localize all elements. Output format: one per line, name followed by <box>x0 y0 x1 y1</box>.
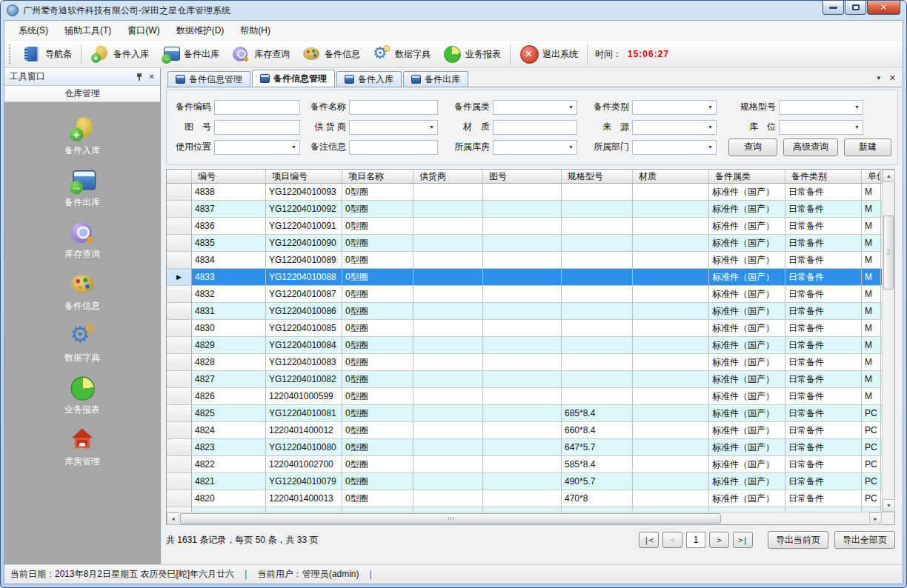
form-select[interactable] <box>632 140 717 155</box>
row-selector[interactable] <box>167 456 192 472</box>
table-row[interactable]: ▶4833YG122040100880型圈标准件（国产）日常备件M <box>167 269 882 286</box>
table-row[interactable]: 4835YG122040100900型圈标准件（国产）日常备件M <box>167 235 882 252</box>
sidebar-item-data-dict[interactable]: 数据字典 <box>64 321 100 364</box>
table-row[interactable]: 4827YG122040100820型圈标准件（国产）日常备件M <box>167 371 882 388</box>
column-header-6[interactable]: 规格型号 <box>562 170 633 183</box>
toolbar-button-nav-book[interactable]: 导航条 <box>16 43 78 65</box>
row-selector[interactable] <box>167 439 192 455</box>
sidebar-item-warehouse-manage[interactable]: 库房管理 <box>64 425 100 468</box>
tab-3[interactable]: 备件出库 <box>403 71 468 87</box>
row-selector[interactable] <box>167 354 192 370</box>
form-input[interactable] <box>214 100 300 115</box>
sidebar-close-icon[interactable]: ✕ <box>149 73 155 81</box>
table-row[interactable]: 4830YG122040100850型圈标准件（国产）日常备件M <box>167 320 882 337</box>
pin-icon[interactable] <box>136 73 143 81</box>
toolbar-button-exit-system[interactable]: 退出系统 <box>514 43 584 65</box>
column-header-3[interactable]: 项目名称 <box>342 170 413 183</box>
form-select[interactable] <box>493 140 577 155</box>
menu-item[interactable]: 数据维护(D) <box>168 21 233 40</box>
horizontal-scroll-thumb[interactable] <box>180 513 721 524</box>
row-selector[interactable] <box>167 422 192 438</box>
form-select[interactable] <box>632 120 717 135</box>
form-input[interactable] <box>349 140 438 155</box>
form-select[interactable] <box>349 120 438 135</box>
table-row[interactable]: 4837YG122040100920型圈标准件（国产）日常备件M <box>167 201 882 218</box>
maximize-button[interactable] <box>845 1 866 15</box>
row-selector[interactable] <box>167 184 192 200</box>
sidebar-item-parts-info[interactable]: 备件信息 <box>64 270 100 313</box>
table-row[interactable]: 4834YG122040100890型圈标准件（国产）日常备件M <box>167 252 882 269</box>
column-header-10[interactable]: 单位 <box>862 170 881 183</box>
column-header-2[interactable]: 项目编号 <box>266 170 342 183</box>
last-page-button[interactable]: >| <box>733 532 753 548</box>
row-selector[interactable] <box>167 303 192 319</box>
tab-2[interactable]: 备件入库 <box>336 71 402 87</box>
form-select[interactable] <box>779 100 863 115</box>
table-row[interactable]: 4825YG122040100810型圈685*8.4标准件（国产）日常备件PC <box>167 405 882 422</box>
row-selector[interactable] <box>167 473 192 490</box>
tab-1-active[interactable]: 备件信息管理 <box>252 70 335 87</box>
row-selector[interactable] <box>167 252 192 268</box>
sidebar-item-business-report[interactable]: 业务报表 <box>64 373 100 416</box>
vertical-scrollbar[interactable]: ▲ ▼ <box>882 170 894 512</box>
toolbar-button-business-report[interactable]: 业务报表 <box>436 43 507 65</box>
sidebar-item-stock-out[interactable]: 备件出库 <box>64 166 100 209</box>
row-selector[interactable] <box>167 388 192 404</box>
menu-item[interactable]: 帮助(H) <box>232 21 279 40</box>
tab-list-dropdown-icon[interactable]: ▼ <box>876 75 882 81</box>
toolbar-button-stock-in[interactable]: 备件入库 <box>84 43 155 65</box>
query-button[interactable]: 查询 <box>728 138 777 156</box>
table-row[interactable]: 4832YG122040100870型圈标准件（国产）日常备件M <box>167 286 882 303</box>
new-button[interactable]: 新建 <box>844 138 891 156</box>
sidebar-item-stock-in[interactable]: 备件入库 <box>64 114 100 157</box>
column-header-5[interactable]: 图号 <box>483 170 562 183</box>
scroll-left-icon[interactable]: ◄ <box>167 512 179 525</box>
table-row[interactable]: 4821YG122040100790型圈490*5.7标准件（国产）日常备件PC <box>167 473 882 490</box>
table-row[interactable]: 4828YG122040100830型圈标准件（国产）日常备件M <box>167 354 882 371</box>
scroll-down-icon[interactable]: ▼ <box>883 499 895 512</box>
row-selector[interactable] <box>167 235 192 251</box>
table-row[interactable]: 4838YG122040100930型圈标准件（国产）日常备件M <box>167 184 882 201</box>
table-row[interactable]: 4829YG122040100840型圈标准件（国产）日常备件M <box>167 337 882 354</box>
toolbar-button-inventory-query[interactable]: 库存查询 <box>225 43 296 65</box>
sidebar-group-title[interactable]: 仓库管理 <box>4 86 160 102</box>
form-select[interactable] <box>493 100 577 115</box>
menu-item[interactable]: 辅助工具(T) <box>56 21 119 40</box>
table-row[interactable]: 482612204010005990型圈标准件（国产）日常备件M <box>167 388 882 405</box>
form-input[interactable] <box>493 120 577 135</box>
form-select[interactable] <box>214 140 300 155</box>
advanced-query-button[interactable]: 高级查询 <box>783 138 838 156</box>
table-row[interactable]: 482412204014000120型圈660*8.4标准件（国产）日常备件PC <box>167 422 882 439</box>
row-selector[interactable] <box>167 320 192 336</box>
form-input[interactable] <box>214 120 300 135</box>
form-select[interactable] <box>779 120 863 135</box>
export-all-pages-button[interactable]: 导出全部页 <box>834 531 895 549</box>
table-row[interactable]: 482012204014000130型圈470*8标准件（国产）日常备件PC <box>167 490 882 507</box>
minimize-button[interactable] <box>823 1 844 15</box>
row-selector[interactable] <box>167 286 192 302</box>
toolbar-button-stock-out[interactable]: 备件出库 <box>155 43 225 65</box>
first-page-button[interactable]: |< <box>639 532 659 548</box>
horizontal-scrollbar[interactable]: ◄ ► <box>167 512 894 524</box>
table-row[interactable]: 482212204010027000型圈585*8.4标准件（国产）日常备件PC <box>167 456 882 473</box>
scroll-right-icon[interactable]: ► <box>869 512 882 525</box>
vertical-scroll-thumb[interactable] <box>883 216 894 290</box>
next-page-button[interactable]: > <box>709 532 729 548</box>
close-button[interactable]: ✕ <box>867 1 900 15</box>
column-header-8[interactable]: 备件属类 <box>709 170 785 183</box>
form-input[interactable] <box>349 100 438 115</box>
page-number-input[interactable]: 1 <box>686 532 705 548</box>
tab-close-icon[interactable]: ✕ <box>889 73 896 83</box>
scroll-up-icon[interactable]: ▲ <box>883 170 895 182</box>
row-selector[interactable] <box>167 218 192 234</box>
column-header-7[interactable]: 材质 <box>633 170 709 183</box>
tab-0[interactable]: 备件信息管理 <box>167 71 250 87</box>
table-row[interactable]: 4823YG122040100800型圈647*5.7标准件（国产）日常备件PC <box>167 439 882 456</box>
column-header-4[interactable]: 供货商 <box>413 170 483 183</box>
sidebar-item-inventory-query[interactable]: 库存查询 <box>64 218 100 261</box>
table-row[interactable]: 4831YG122040100860型圈标准件（国产）日常备件M <box>167 303 882 320</box>
export-current-page-button[interactable]: 导出当前页 <box>768 531 828 549</box>
column-header-1[interactable]: 编号 <box>192 170 266 183</box>
row-selector[interactable] <box>167 337 192 353</box>
column-header[interactable] <box>167 170 192 183</box>
